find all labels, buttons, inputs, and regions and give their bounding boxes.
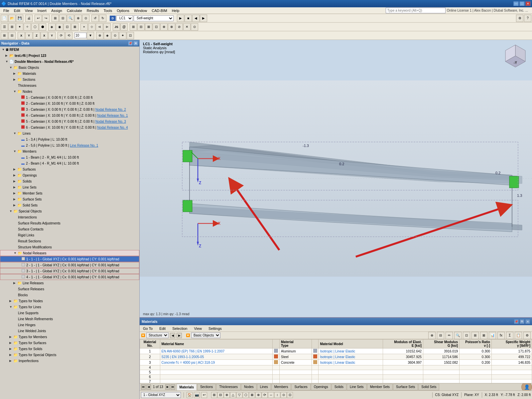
user-avatar[interactable]: 👤 bbox=[521, 383, 532, 390]
tree-item-line-supports[interactable]: Line Supports bbox=[0, 310, 139, 316]
mat-menu-view[interactable]: View bbox=[193, 326, 203, 331]
menu-cad-bim[interactable]: CAD-BIM bbox=[150, 8, 169, 13]
mat-menu-selection[interactable]: Selection bbox=[171, 326, 189, 331]
tree-root-rfem[interactable]: ▼🖥 RFEM bbox=[0, 47, 139, 53]
tree-item-node2[interactable]: 2 - Cartesian | X: 10.00 ft | Y: 0.00 ft… bbox=[0, 100, 139, 106]
tree-item-result-sections[interactable]: Result Sections bbox=[0, 238, 139, 244]
page-next-button[interactable]: ▶ bbox=[165, 384, 170, 390]
sb-tb-10[interactable]: ↔ bbox=[268, 392, 274, 398]
tree-item-intersections[interactable]: Intersections bbox=[0, 214, 139, 220]
tb-btn-2[interactable]: ⊟ bbox=[59, 15, 66, 22]
tb2-15[interactable]: ⊞ bbox=[130, 23, 137, 31]
sb-tb-2[interactable]: ⊟ bbox=[217, 392, 223, 398]
tree-item-rigid-links[interactable]: Rigid Links bbox=[0, 232, 139, 238]
tb2-7[interactable]: ◈ bbox=[48, 23, 56, 31]
tab-surfaces[interactable]: Surfaces bbox=[291, 384, 310, 390]
tree-item-thicknesses[interactable]: Thicknesses bbox=[0, 82, 139, 88]
mat-tb-8[interactable]: 📊 bbox=[489, 332, 496, 339]
mat-tb-3[interactable]: ✏ bbox=[446, 332, 453, 339]
tree-item-node1[interactable]: 1 - Cartesian | X: 0.00 ft | Y: 0.00 ft … bbox=[0, 94, 139, 100]
mat-tb-6[interactable]: ⊞ bbox=[471, 332, 479, 339]
tb-next-arrow[interactable]: ▶ bbox=[200, 15, 207, 22]
tree-item-members[interactable]: ▼📁Members bbox=[0, 148, 139, 154]
materials-close-button[interactable]: ✕ bbox=[525, 319, 530, 324]
menu-help[interactable]: Help bbox=[170, 8, 182, 13]
tb3-8[interactable]: ⊙ bbox=[111, 32, 119, 39]
sb-tb-9[interactable]: ⟳ bbox=[262, 392, 268, 398]
tb2-10[interactable]: ⊠ bbox=[71, 23, 78, 31]
tree-item-nodes[interactable]: ▼📁Nodes bbox=[0, 88, 139, 94]
tree-item-materials[interactable]: ▶📁Materials bbox=[0, 70, 139, 76]
sb-tb-11[interactable]: ↕ bbox=[274, 392, 280, 398]
tb2-5[interactable]: ⬡ bbox=[31, 23, 39, 31]
minimize-button[interactable]: — bbox=[513, 1, 519, 6]
table-row[interactable]: 4 bbox=[140, 365, 532, 370]
tree-item-member1[interactable]: 1 - Beam | 2 - R_M1 4/4 | L: 10.00 ft bbox=[0, 154, 139, 160]
tree-item-node5[interactable]: 5 - Cartesian | X: 0.00 ft | Y: 0.00 ft … bbox=[0, 118, 139, 124]
close-button[interactable]: ✕ bbox=[525, 1, 531, 6]
tb-btn-1[interactable]: ⊞ bbox=[52, 15, 59, 22]
tree-item-nr4[interactable]: 4 - 1 - | 1 - Global XYZ | Cx: 0.001 kip… bbox=[0, 274, 139, 280]
tree-item-double-members[interactable]: ▼📄Double Members - Nodal Release.rf6* bbox=[0, 59, 139, 65]
mat-tb-9[interactable]: fx bbox=[497, 332, 505, 339]
tab-line-sets[interactable]: Line Sets bbox=[347, 384, 367, 390]
tree-item-blocks[interactable]: Blocks bbox=[0, 292, 139, 298]
status-icon-2[interactable]: 📷 bbox=[194, 392, 200, 398]
tree-item-line-welded-joints[interactable]: Line Welded Joints bbox=[0, 328, 139, 334]
mat-tb-10[interactable]: Σ bbox=[506, 332, 513, 339]
mat-menu-settings[interactable]: Settings bbox=[207, 326, 223, 331]
tb-btn-5[interactable]: ⊙ bbox=[82, 15, 89, 22]
tab-openings[interactable]: Openings bbox=[311, 384, 331, 390]
tree-item-types-for-lines[interactable]: ▼📁Types for Lines bbox=[0, 304, 139, 310]
print-button[interactable]: 🖨 bbox=[25, 15, 33, 22]
snap-x[interactable]: X bbox=[18, 32, 25, 39]
tb2-13[interactable]: ⊲ bbox=[96, 23, 103, 31]
status-icon-3[interactable]: ↩ bbox=[201, 392, 207, 398]
tb2-17[interactable]: ⊠ bbox=[145, 23, 152, 31]
sb-tb-4[interactable]: △ bbox=[230, 392, 236, 398]
tree-item-node6[interactable]: 6 - Cartesian | X: 10.00 ft | Y: 0.00 ft… bbox=[0, 124, 139, 130]
sb-tb-5[interactable]: ▽ bbox=[236, 392, 242, 398]
tab-solids[interactable]: Solids bbox=[332, 384, 346, 390]
sb-tb-7[interactable]: ⊠ bbox=[249, 392, 255, 398]
tb2-20[interactable]: ⊗ bbox=[168, 23, 175, 31]
maximize-button[interactable]: □ bbox=[519, 1, 525, 6]
tree-item-surface-contacts[interactable]: Surface Contacts bbox=[0, 226, 139, 232]
tb2-14[interactable]: ⊳ bbox=[103, 23, 111, 31]
mat-tb-5[interactable]: ⊡ bbox=[463, 332, 470, 339]
tb2-3[interactable]: ✦ bbox=[16, 23, 23, 31]
mat-tb-12[interactable]: ⚙ bbox=[523, 332, 531, 339]
menu-window[interactable]: Window bbox=[132, 8, 149, 13]
tb-help[interactable]: ? bbox=[524, 15, 531, 22]
menu-tools[interactable]: Tools bbox=[101, 8, 114, 13]
tb2-21[interactable]: ⊘ bbox=[176, 23, 183, 31]
sb-tb-1[interactable]: ⊞ bbox=[211, 392, 217, 398]
tree-item-line-releases[interactable]: ▶📁Line Releases bbox=[0, 280, 139, 286]
tb3-1[interactable]: ⊞ bbox=[1, 32, 8, 39]
undo-button[interactable]: ↩ bbox=[35, 15, 42, 22]
menu-results[interactable]: Results bbox=[85, 8, 101, 13]
filter-nav-left[interactable]: ◀ bbox=[170, 333, 175, 338]
table-row[interactable]: 7 bbox=[140, 379, 532, 383]
tb2-19[interactable]: ⊕ bbox=[160, 23, 168, 31]
table-row[interactable]: 6 bbox=[140, 375, 532, 379]
tb2-4[interactable]: ✧ bbox=[24, 23, 31, 31]
tb-btn-6[interactable]: ↺ bbox=[91, 15, 99, 22]
tree-item-line-mesh-refinements[interactable]: Line Mesh Refinements bbox=[0, 316, 139, 322]
mat-menu-edit[interactable]: Edit bbox=[158, 326, 167, 331]
page-first-button[interactable]: ⏮ bbox=[141, 384, 146, 390]
sb-tb-8[interactable]: ⊗ bbox=[255, 392, 261, 398]
tree-item-surface-releases[interactable]: Surface Releases bbox=[0, 286, 139, 292]
materials-float-button[interactable]: ⧉ bbox=[520, 319, 524, 324]
tb-prev[interactable]: ◀ bbox=[192, 15, 200, 22]
snap-x2[interactable]: X bbox=[41, 32, 48, 39]
tree-item-nr2[interactable]: 2 - 1 - | 1 - Global XYZ | Cx: 0.001 kip… bbox=[0, 262, 139, 268]
tree-item-lines[interactable]: ▼📁Lines bbox=[0, 130, 139, 136]
tree-item-nodal-releases[interactable]: ▼📁Nodal Releases bbox=[0, 250, 139, 256]
tree-item-special-objects[interactable]: ▼📁Special Objects bbox=[0, 208, 139, 214]
tb2-23[interactable]: ⊙ bbox=[191, 23, 198, 31]
tree-item-member-sets[interactable]: ▶📁Member Sets bbox=[0, 190, 139, 196]
tree-item-solids[interactable]: ▶📁Solids bbox=[0, 178, 139, 184]
tree-item-sections[interactable]: ▶📁Sections bbox=[0, 76, 139, 82]
tree-item-node4[interactable]: 4 - Cartesian | X: 10.00 ft | Y: 0.00 ft… bbox=[0, 112, 139, 118]
